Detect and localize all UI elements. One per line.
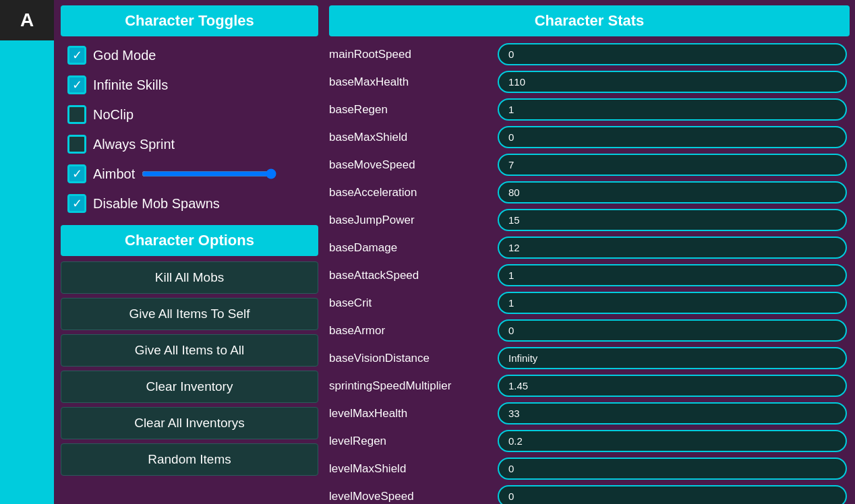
stat-label-baseArmor: baseArmor — [329, 324, 491, 338]
stat-label-levelMaxShield: levelMaxShield — [329, 462, 491, 476]
app-logo: A — [0, 0, 54, 40]
stat-input-baseDamage[interactable] — [498, 237, 847, 259]
stat-row-baseMoveSpeed: baseMoveSpeed — [329, 152, 847, 177]
stat-label-mainRootSpeed: mainRootSpeed — [329, 48, 491, 61]
stats-header: Character Stats — [329, 5, 850, 36]
sidebar: A — [0, 0, 54, 504]
toggle-item-infinite-skills[interactable]: ✓Infinite Skills — [61, 71, 318, 98]
stat-input-baseRegen[interactable] — [498, 98, 847, 121]
stat-input-sprintingSpeedMultiplier[interactable] — [498, 375, 847, 397]
stat-label-baseMaxHealth: baseMaxHealth — [329, 75, 491, 89]
stat-row-levelMaxShield: levelMaxShield — [329, 456, 847, 481]
stat-row-sprintingSpeedMultiplier: sprintingSpeedMultiplier — [329, 373, 847, 398]
stat-input-baseMaxShield[interactable] — [498, 126, 847, 148]
option-btn-clear-all-inventorys[interactable]: Clear All Inventorys — [61, 407, 318, 439]
checkbox-always-sprint[interactable] — [67, 135, 86, 154]
stat-label-sprintingSpeedMultiplier: sprintingSpeedMultiplier — [329, 379, 491, 393]
checkbox-infinite-skills[interactable]: ✓ — [67, 75, 86, 94]
stat-input-baseMoveSpeed[interactable] — [498, 154, 847, 176]
stat-input-baseArmor[interactable] — [498, 319, 847, 342]
toggle-label-always-sprint: Always Sprint — [93, 137, 175, 152]
stat-row-baseMaxHealth: baseMaxHealth — [329, 69, 847, 94]
stat-row-mainRootSpeed: mainRootSpeed — [329, 42, 847, 67]
stat-row-levelRegen: levelRegen — [329, 429, 847, 453]
checkbox-noclip[interactable] — [67, 105, 86, 124]
option-btn-clear-inventory[interactable]: Clear Inventory — [61, 371, 318, 403]
toggle-label-god-mode: God Mode — [93, 48, 156, 63]
stat-row-baseRegen: baseRegen — [329, 97, 847, 122]
options-header: Character Options — [61, 225, 318, 256]
stat-label-baseVisionDistance: baseVisionDistance — [329, 352, 491, 365]
stat-input-baseCrit[interactable] — [498, 292, 847, 314]
stat-label-levelRegen: levelRegen — [329, 435, 491, 448]
stat-label-baseMaxShield: baseMaxShield — [329, 131, 491, 144]
toggle-label-aimbot: Aimbot — [93, 166, 135, 182]
stat-label-levelMoveSpeed: levelMoveSpeed — [329, 490, 491, 503]
toggles-header: Character Toggles — [61, 5, 318, 36]
stat-label-baseCrit: baseCrit — [329, 296, 491, 310]
main-content: Character Toggles ✓God Mode✓Infinite Ski… — [54, 0, 855, 504]
stat-input-mainRootSpeed[interactable] — [498, 43, 847, 65]
options-list: Kill All MobsGive All Items To SelfGive … — [61, 261, 324, 476]
toggle-label-noclip: NoClip — [93, 107, 134, 123]
toggle-item-aimbot[interactable]: ✓Aimbot — [61, 160, 318, 187]
stats-list: mainRootSpeedbaseMaxHealthbaseRegenbaseM… — [329, 42, 852, 504]
stat-row-baseMaxShield: baseMaxShield — [329, 125, 847, 150]
left-panel: Character Toggles ✓God Mode✓Infinite Ski… — [54, 0, 324, 504]
option-btn-give-all-items-to-all[interactable]: Give All Items to All — [61, 334, 318, 367]
stat-input-levelMaxHealth[interactable] — [498, 402, 847, 424]
stat-input-baseAttackSpeed[interactable] — [498, 264, 847, 286]
stats-scroll[interactable]: mainRootSpeedbaseMaxHealthbaseRegenbaseM… — [329, 42, 855, 504]
toggle-item-god-mode[interactable]: ✓God Mode — [61, 42, 318, 69]
toggle-item-disable-mob-spawns[interactable]: ✓Disable Mob Spawns — [61, 190, 318, 217]
stat-input-baseJumpPower[interactable] — [498, 209, 847, 231]
checkbox-god-mode[interactable]: ✓ — [67, 46, 86, 65]
stat-row-levelMoveSpeed: levelMoveSpeed — [329, 484, 847, 504]
stat-input-levelRegen[interactable] — [498, 430, 847, 452]
checkbox-disable-mob-spawns[interactable]: ✓ — [67, 194, 86, 213]
stat-input-levelMaxShield[interactable] — [498, 458, 847, 480]
stat-row-baseDamage: baseDamage — [329, 235, 847, 260]
stat-row-baseAcceleration: baseAcceleration — [329, 180, 847, 205]
stat-input-levelMoveSpeed[interactable] — [498, 485, 847, 504]
stat-input-baseAcceleration[interactable] — [498, 181, 847, 203]
stat-row-baseJumpPower: baseJumpPower — [329, 208, 847, 232]
stat-label-baseAcceleration: baseAcceleration — [329, 186, 491, 199]
stat-label-baseAttackSpeed: baseAttackSpeed — [329, 269, 491, 282]
stat-label-baseJumpPower: baseJumpPower — [329, 214, 491, 227]
stat-label-baseDamage: baseDamage — [329, 241, 491, 255]
toggle-item-noclip[interactable]: NoClip — [61, 101, 318, 128]
option-btn-kill-all-mobs[interactable]: Kill All Mobs — [61, 261, 318, 294]
stat-row-baseVisionDistance: baseVisionDistance — [329, 346, 847, 371]
stat-row-baseArmor: baseArmor — [329, 318, 847, 343]
toggle-label-infinite-skills: Infinite Skills — [93, 77, 168, 93]
option-btn-random-items[interactable]: Random Items — [61, 443, 318, 476]
stat-input-baseMaxHealth[interactable] — [498, 71, 847, 93]
aimbot-slider[interactable] — [142, 168, 276, 180]
toggle-item-always-sprint[interactable]: Always Sprint — [61, 131, 318, 158]
toggle-label-disable-mob-spawns: Disable Mob Spawns — [93, 196, 220, 212]
stat-row-baseCrit: baseCrit — [329, 290, 847, 315]
stat-row-levelMaxHealth: levelMaxHealth — [329, 401, 847, 426]
stat-row-baseAttackSpeed: baseAttackSpeed — [329, 263, 847, 288]
stat-label-levelMaxHealth: levelMaxHealth — [329, 407, 491, 420]
toggles-list: ✓God Mode✓Infinite SkillsNoClipAlways Sp… — [61, 42, 324, 217]
right-panel: Character Stats mainRootSpeedbaseMaxHeal… — [324, 0, 855, 504]
stat-input-baseVisionDistance[interactable] — [498, 347, 847, 369]
stat-label-baseMoveSpeed: baseMoveSpeed — [329, 158, 491, 172]
checkbox-aimbot[interactable]: ✓ — [67, 164, 86, 183]
stat-label-baseRegen: baseRegen — [329, 103, 491, 117]
logo-text: A — [20, 9, 34, 31]
option-btn-give-all-items-to-self[interactable]: Give All Items To Self — [61, 298, 318, 330]
